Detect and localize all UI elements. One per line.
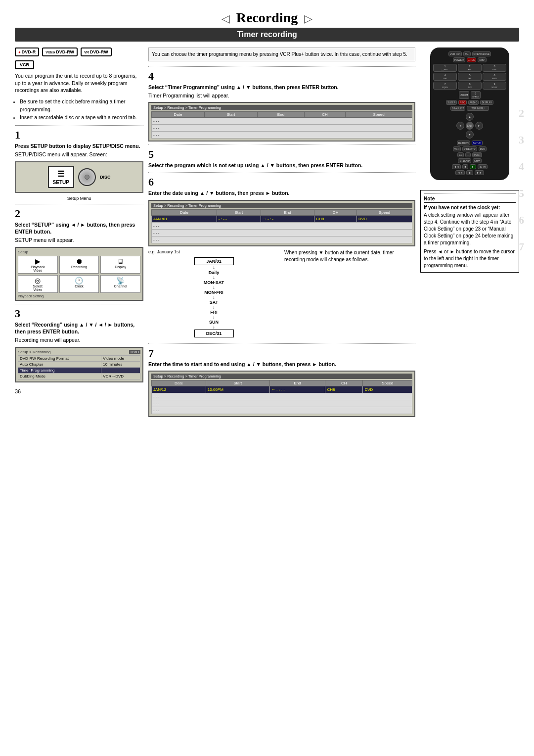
rec-row-4: Dubbing Mode VCR→DVD <box>18 373 140 379</box>
btn-5[interactable]: 5JKL <box>458 73 482 81</box>
step-6: 6 Enter the date using ▲ / ▼ buttons, th… <box>148 176 415 340</box>
left-btn[interactable]: ◄ <box>456 122 464 130</box>
rec-row-3-value <box>101 367 140 373</box>
vcr-plus-btn[interactable]: VCR+ <box>472 152 482 157</box>
step-2-normal: SETUP menu will appear. <box>15 236 143 244</box>
remote-vcr-mode-row: VCR VIDEO/TV DVD <box>433 146 506 151</box>
videotv-btn[interactable]: VIDEO/TV <box>462 146 477 151</box>
channel-icon: 📡 <box>116 277 125 284</box>
recording-label: Recording <box>71 265 87 269</box>
disp-btn[interactable]: DISP <box>478 57 487 62</box>
btn-2[interactable]: 2ABC <box>458 64 482 72</box>
btn-0[interactable]: 0SPACE <box>471 91 480 99</box>
btn-8[interactable]: 8TUV <box>458 82 482 90</box>
timer-empty-3: - - - <box>152 132 412 139</box>
step-4-bold: Select “Timer Programming” using ▲ / ▼ b… <box>148 84 415 91</box>
divider-m4 <box>148 343 415 344</box>
setup-btn[interactable]: SETUP <box>472 141 483 145</box>
jan-e2: - - - <box>152 229 412 236</box>
jan12-empty-2: - - - <box>152 400 412 407</box>
enter-btn[interactable]: ENT <box>466 122 474 130</box>
th-start2: Start <box>217 209 261 215</box>
scan-fwd-btn[interactable]: ►► <box>475 170 484 175</box>
btn-1[interactable]: 1⬚ ABC <box>433 64 457 72</box>
display-btn[interactable]: DISPLAY <box>480 100 493 105</box>
recording-table: DVD-RW Recording Format Video mode Auto … <box>18 355 140 379</box>
fwd-btn[interactable]: SFW <box>478 164 488 169</box>
up-btn[interactable]: ▲ <box>466 113 474 121</box>
vcr-btn[interactable]: VCR <box>453 146 461 151</box>
btn-3[interactable]: 3DEF <box>483 64 506 72</box>
rew-btn[interactable]: ◄◄ <box>452 164 461 169</box>
btn-4[interactable]: 4GHI <box>433 73 457 81</box>
step-num-6: 6 <box>519 214 524 227</box>
zoom-btn[interactable]: ZOOM <box>459 91 469 99</box>
note-clock-text: A clock setting window will appear after… <box>424 212 516 246</box>
rec-row-3-label: Timer Programming <box>18 367 101 373</box>
timer-empty-2: - - - <box>152 125 412 132</box>
down-btn[interactable]: ▼ <box>466 131 474 139</box>
th-spd2: Speed <box>356 209 412 215</box>
jan-e1: - - - <box>152 222 412 229</box>
power-btn[interactable]: POWER <box>453 57 465 62</box>
intro-bullets: Be sure to set the clock before making a… <box>15 98 143 121</box>
play-btn[interactable]: ► <box>470 164 476 169</box>
vcr-logo: VCR <box>15 60 34 69</box>
btn-7[interactable]: 7PQRS <box>433 82 457 90</box>
jan12-e3: - - - <box>152 407 412 414</box>
step-1-normal: SETUP/DISC menu will appear. Screen: <box>15 151 143 158</box>
skip-back-btn[interactable]: ◄◄SKIP <box>458 158 471 163</box>
remote-play-row: ◄◄ ■ ► SFW <box>433 164 506 169</box>
date-flow-note: When pressing ▼ button at the current da… <box>284 249 415 263</box>
timer-jan12-screen: Setup > Recording > Timer Programming Da… <box>148 371 415 417</box>
rec-row-2-label: Auto Chapter <box>18 361 101 367</box>
rec-btn[interactable]: ●REC <box>467 57 477 62</box>
btn-6[interactable]: 6MNO <box>483 73 506 81</box>
dvd-btn[interactable]: DVD <box>479 146 487 151</box>
setup-menu-grid: ▶ PlaybackVideo ⏺ Recording 🖥 Display <box>18 256 140 293</box>
sleep-btn[interactable]: SLEEP <box>446 100 457 105</box>
th-end2: End <box>261 209 314 215</box>
eg-label: e.g. January 1st <box>148 249 279 254</box>
scan-back-btn[interactable]: ◄◄ <box>455 170 465 175</box>
step-4-normal: Timer Programming list will appear. <box>148 92 415 99</box>
top-menu-btn[interactable]: TOP MENU <box>467 106 489 111</box>
step-4: 4 Select “Timer Programming” using ▲ / ▼… <box>148 70 415 142</box>
pause-btn[interactable]: ⏸ <box>466 170 473 175</box>
cc-btn[interactable]: CC <box>457 152 464 157</box>
timer-jan12-hl-row: JAN/12 10:00PM ← - : - - CH8 DVD <box>152 386 412 393</box>
return-btn[interactable]: RETURN <box>457 141 470 145</box>
rec-mode-btn[interactable]: REC <box>458 100 467 105</box>
audio-btn[interactable]: AUDIO <box>468 100 479 105</box>
timer-prog-empty-title: Setup > Recording > Timer Programming <box>151 105 412 110</box>
divider-2 <box>15 204 143 204</box>
btn-9[interactable]: 9WXYZ <box>483 82 506 90</box>
vcr-port-btn[interactable]: VCR Port <box>448 51 462 56</box>
step-num-2: 2 <box>519 107 524 120</box>
su-btn[interactable]: SU- <box>463 51 471 56</box>
arrow-2: ↓ <box>213 275 215 280</box>
step-num-4: 4 <box>519 160 524 173</box>
open-close-btn[interactable]: OPEN CLOSE <box>472 51 491 56</box>
th-ch: CH <box>305 112 346 118</box>
display-icon: 🖥 <box>117 257 124 265</box>
jan12-date: JAN/12 <box>152 386 206 393</box>
ch-minus-btn[interactable]: CH▼ <box>473 158 482 163</box>
blank-btn[interactable]: — <box>465 152 471 157</box>
th-date3: Date <box>152 380 206 386</box>
rec-row-4-value: VCR→DVD <box>101 373 140 379</box>
arrow-6: ↓ <box>213 315 215 320</box>
beaulist-btn[interactable]: BEAULIST <box>450 106 465 111</box>
page-title: Recording <box>236 10 298 26</box>
jan-end: → - : - <box>261 215 314 222</box>
remote-control: VCR Port SU- OPEN CLOSE POWER ●REC DISP … <box>430 47 509 180</box>
clock-label: Clock <box>75 284 84 288</box>
stop-btn[interactable]: ■ <box>462 164 468 169</box>
divider-1 <box>15 125 143 126</box>
arrow-7: ↓ <box>213 325 215 330</box>
step-4-number: 4 <box>148 70 415 83</box>
rec-menu-header: Setup > Recording DVD <box>18 350 140 354</box>
right-btn[interactable]: ► <box>475 122 483 130</box>
step-7-bold: Enter the time to start and to end using… <box>148 361 415 368</box>
jan12-empty-1: - - - <box>152 393 412 400</box>
